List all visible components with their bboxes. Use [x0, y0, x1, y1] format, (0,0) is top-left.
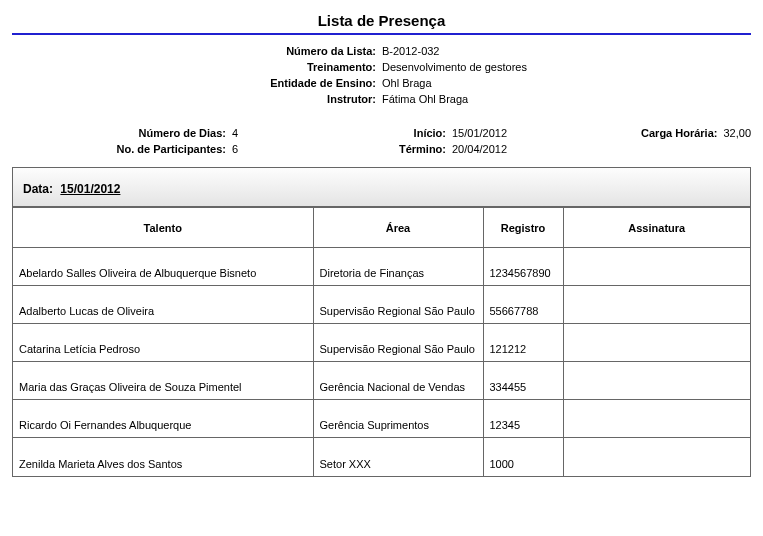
- table-row: Maria das Graças Oliveira de Souza Pimen…: [13, 362, 750, 400]
- title-divider: [12, 33, 751, 35]
- cell-registro: 334455: [483, 362, 563, 400]
- cell-registro: 1234567890: [483, 248, 563, 286]
- row-treinamento: Treinamento: Desenvolvimento de gestores: [12, 61, 751, 73]
- table-row: Abelardo Salles Oliveira de Albuquerque …: [13, 248, 750, 286]
- label-participantes: No. de Participantes:: [12, 143, 232, 155]
- table-header-row: Talento Área Registro Assinatura: [13, 208, 750, 248]
- label-entidade: Entidade de Ensino:: [12, 77, 382, 89]
- attendance-table-container: Data: 15/01/2012 Talento Área Registro A…: [12, 167, 751, 477]
- cell-talento: Catarina Letícia Pedroso: [13, 324, 313, 362]
- row-entidade: Entidade de Ensino: Ohl Braga: [12, 77, 751, 89]
- cell-talento: Adalberto Lucas de Oliveira: [13, 286, 313, 324]
- cell-assinatura: [563, 400, 750, 438]
- table-row: Adalberto Lucas de OliveiraSupervisão Re…: [13, 286, 750, 324]
- th-registro: Registro: [483, 208, 563, 248]
- label-carga: Carga Horária:: [593, 127, 723, 139]
- table-row: Catarina Letícia PedrosoSupervisão Regio…: [13, 324, 750, 362]
- cell-talento: Abelardo Salles Oliveira de Albuquerque …: [13, 248, 313, 286]
- th-area: Área: [313, 208, 483, 248]
- table-row: Zenilda Marieta Alves dos SantosSetor XX…: [13, 438, 750, 476]
- attendance-table: Talento Área Registro Assinatura Abelard…: [13, 207, 750, 476]
- cell-assinatura: [563, 248, 750, 286]
- cell-area: Gerência Suprimentos: [313, 400, 483, 438]
- label-numero-dias: Número de Dias:: [12, 127, 232, 139]
- value-numero-dias: 4: [232, 127, 238, 139]
- summary-row-1: Número de Dias: 4 Início: 15/01/2012 Car…: [12, 127, 751, 139]
- label-numero-lista: Número da Lista:: [12, 45, 382, 57]
- cell-area: Supervisão Regional São Paulo: [313, 324, 483, 362]
- cell-area: Supervisão Regional São Paulo: [313, 286, 483, 324]
- cell-talento: Maria das Graças Oliveira de Souza Pimen…: [13, 362, 313, 400]
- cell-assinatura: [563, 324, 750, 362]
- label-data: Data:: [23, 182, 53, 196]
- row-instrutor: Instrutor: Fátima Ohl Braga: [12, 93, 751, 105]
- summary-block: Número de Dias: 4 Início: 15/01/2012 Car…: [12, 127, 751, 155]
- cell-talento: Zenilda Marieta Alves dos Santos: [13, 438, 313, 476]
- value-entidade: Ohl Braga: [382, 77, 432, 89]
- value-termino: 20/04/2012: [452, 143, 507, 155]
- attendance-report: Lista de Presença Número da Lista: B-201…: [0, 0, 763, 489]
- cell-assinatura: [563, 362, 750, 400]
- cell-area: Setor XXX: [313, 438, 483, 476]
- label-instrutor: Instrutor:: [12, 93, 382, 105]
- label-termino: Término:: [252, 143, 452, 155]
- value-carga: 32,00: [723, 127, 751, 139]
- cell-assinatura: [563, 438, 750, 476]
- table-row: Ricardo Oi Fernandes AlbuquerqueGerência…: [13, 400, 750, 438]
- label-inicio: Início:: [252, 127, 452, 139]
- cell-talento: Ricardo Oi Fernandes Albuquerque: [13, 400, 313, 438]
- cell-area: Diretoria de Finanças: [313, 248, 483, 286]
- value-data: 15/01/2012: [60, 182, 120, 196]
- summary-row-2: No. de Participantes: 6 Término: 20/04/2…: [12, 143, 751, 155]
- cell-registro: 12345: [483, 400, 563, 438]
- value-numero-lista: B-2012-032: [382, 45, 440, 57]
- value-treinamento: Desenvolvimento de gestores: [382, 61, 527, 73]
- th-assinatura: Assinatura: [563, 208, 750, 248]
- attendance-date-header: Data: 15/01/2012: [13, 168, 750, 207]
- cell-registro: 1000: [483, 438, 563, 476]
- value-participantes: 6: [232, 143, 238, 155]
- value-instrutor: Fátima Ohl Braga: [382, 93, 468, 105]
- page-title: Lista de Presença: [12, 12, 751, 29]
- header-info-block: Número da Lista: B-2012-032 Treinamento:…: [12, 45, 751, 105]
- cell-assinatura: [563, 286, 750, 324]
- cell-registro: 121212: [483, 324, 563, 362]
- cell-area: Gerência Nacional de Vendas: [313, 362, 483, 400]
- row-numero-lista: Número da Lista: B-2012-032: [12, 45, 751, 57]
- cell-registro: 55667788: [483, 286, 563, 324]
- label-treinamento: Treinamento:: [12, 61, 382, 73]
- th-talento: Talento: [13, 208, 313, 248]
- value-inicio: 15/01/2012: [452, 127, 507, 139]
